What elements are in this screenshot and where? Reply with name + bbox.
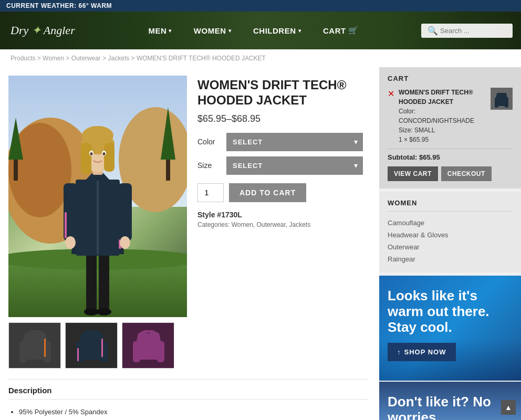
search-input[interactable] — [440, 27, 508, 35]
shop-now-button[interactable]: ↑ SHOP NOW — [388, 343, 456, 361]
weather-text: CURRENT WEATHER: 66° WARM — [6, 2, 112, 9]
search-area: 🔍 — [421, 24, 513, 38]
description-content: 95% Polyester / 5% Spandex 8000MM Waterp… — [8, 400, 369, 420]
product-image-svg — [8, 76, 187, 317]
svg-point-13 — [97, 308, 111, 316]
cart-subtotal: Subtotal: $65.95 — [388, 149, 513, 161]
svg-rect-18 — [118, 183, 132, 241]
women-link-headwear[interactable]: Headwear & Gloves — [388, 229, 513, 241]
thumbnail-3[interactable] — [122, 322, 174, 369]
description-header: Description — [8, 380, 369, 400]
breadcrumb-text: Products > Women > Outerwear > Jackets >… — [11, 55, 266, 62]
product-top: WOMEN'S DRIFT TECH® HOODED JACKET $65.95… — [8, 76, 369, 369]
checkout-button[interactable]: CHECKOUT — [441, 166, 492, 181]
svg-rect-10 — [86, 249, 97, 312]
svg-rect-45 — [495, 97, 498, 108]
thumbnail-1[interactable] — [8, 322, 61, 369]
women-widget-title: WOMEN — [388, 199, 513, 212]
product-details: WOMEN'S DRIFT TECH® HOODED JACKET $65.95… — [197, 76, 369, 369]
header: Dry ✦ Angler MEN ▾ WOMEN ▾ CHILDREN ▾ CA… — [0, 12, 521, 49]
promo-text-2: Don't like it? No worries. — [388, 394, 513, 420]
svg-point-21 — [120, 236, 130, 249]
svg-rect-11 — [99, 249, 109, 312]
remove-item-button[interactable]: ✕ — [388, 89, 394, 99]
nav-women[interactable]: WOMEN ▾ — [185, 21, 239, 40]
thumbnail-row — [8, 322, 187, 369]
women-link-camouflage[interactable]: Camouflage — [388, 217, 513, 229]
description-section: Description 95% Polyester / 5% Spandex 8… — [8, 379, 369, 420]
promo-banner-1: Looks like it's warm out there. Stay coo… — [379, 276, 521, 381]
size-label: Size — [197, 161, 221, 170]
svg-rect-16 — [97, 181, 99, 254]
main-product-image[interactable] — [8, 76, 187, 317]
svg-point-31 — [103, 152, 106, 155]
promo-text-1: Looks like it's warm out there. Stay coo… — [388, 288, 513, 335]
cart-item-thumbnail — [491, 88, 513, 110]
svg-rect-19 — [65, 212, 67, 238]
size-select-wrapper: SELECT XS S M L XL XXL — [226, 156, 363, 175]
svg-rect-33 — [19, 341, 27, 362]
svg-rect-26 — [104, 143, 114, 172]
main-content: WOMEN'S DRIFT TECH® HOODED JACKET $65.95… — [0, 67, 521, 420]
nav-children[interactable]: CHILDREN ▾ — [245, 21, 309, 40]
svg-rect-46 — [505, 97, 508, 108]
svg-point-30 — [90, 152, 93, 155]
nav-men[interactable]: MEN ▾ — [140, 21, 180, 40]
svg-rect-42 — [133, 341, 140, 362]
svg-rect-43 — [157, 341, 164, 362]
add-to-cart-row: 1 ADD TO CART — [197, 183, 369, 202]
chevron-down-icon: ▾ — [169, 28, 172, 34]
thumb-svg-2 — [66, 323, 118, 369]
shop-now-icon: ↑ — [397, 348, 401, 356]
scroll-to-top-button[interactable]: ▲ — [501, 400, 516, 415]
cart-item-qty-price: 1 × $65.95 — [399, 135, 486, 144]
product-area: WOMEN'S DRIFT TECH® HOODED JACKET $65.95… — [0, 67, 379, 420]
svg-rect-39 — [101, 339, 103, 357]
cart-widget: CART ✕ WOMEN'S DRIFT TECH® HOODED JACKET… — [379, 67, 521, 188]
cart-item-row: ✕ WOMEN'S DRIFT TECH® HOODED JACKET Colo… — [388, 88, 513, 144]
cart-icon: 🛒 — [348, 26, 359, 35]
color-select-wrapper: SELECT CONCORD/NIGHTSHADE GRAY/ORANGE PU… — [226, 133, 363, 151]
product-title: WOMEN'S DRIFT TECH® HOODED JACKET — [197, 78, 369, 108]
search-button[interactable]: 🔍 — [425, 26, 440, 36]
product-categories: Categories: Women, Outerwear, Jackets — [197, 221, 369, 228]
chevron-down-icon: ▾ — [228, 28, 232, 34]
cart-thumb-svg — [491, 88, 513, 110]
breadcrumb: Products > Women > Outerwear > Jackets >… — [0, 49, 521, 67]
women-widget: WOMEN Camouflage Headwear & Gloves Outer… — [379, 192, 521, 272]
product-price: $65.95–$68.95 — [197, 113, 369, 124]
thumb-svg-3 — [122, 323, 174, 369]
cart-buttons: VIEW CART CHECKOUT — [388, 166, 513, 181]
product-images — [8, 76, 187, 369]
weather-bar: CURRENT WEATHER: 66° WARM — [0, 0, 521, 12]
color-label: Color — [197, 138, 221, 146]
cart-item-size: Size: SMALL — [399, 125, 486, 135]
thumb-svg-1 — [9, 323, 61, 369]
description-list: 95% Polyester / 5% Spandex 8000MM Waterp… — [8, 406, 122, 420]
women-link-outerwear[interactable]: Outerwear — [388, 241, 513, 253]
add-to-cart-button[interactable]: ADD TO CART — [229, 183, 306, 202]
size-select[interactable]: SELECT XS S M L XL XXL — [226, 156, 363, 175]
quantity-input[interactable]: 1 — [197, 183, 224, 202]
cart-widget-title: CART — [388, 75, 513, 82]
chevron-down-icon: ▾ — [298, 28, 301, 34]
product-options: Color SELECT CONCORD/NIGHTSHADE GRAY/ORA… — [197, 133, 369, 175]
svg-rect-35 — [44, 339, 46, 357]
color-select[interactable]: SELECT CONCORD/NIGHTSHADE GRAY/ORANGE PU… — [226, 133, 363, 151]
sidebar: CART ✕ WOMEN'S DRIFT TECH® HOODED JACKET… — [379, 67, 521, 420]
view-cart-button[interactable]: VIEW CART — [388, 166, 438, 181]
promo-banner-2: Don't like it? No worries. RETURN POLICY — [379, 382, 521, 420]
women-links: Camouflage Headwear & Gloves Outerwear R… — [388, 217, 513, 265]
cart-item-color: Color: CONCORD/NIGHTSHADE — [399, 107, 486, 125]
cart-item-info: WOMEN'S DRIFT TECH® HOODED JACKET Color:… — [399, 88, 486, 144]
size-option-row: Size SELECT XS S M L XL XXL — [197, 156, 369, 175]
desc-item: 8000MM Waterproof rating — [19, 418, 122, 420]
women-link-raingear[interactable]: Raingear — [388, 253, 513, 265]
main-nav: MEN ▾ WOMEN ▾ CHILDREN ▾ CART 🛒 — [86, 20, 421, 40]
site-logo[interactable]: Dry ✦ Angler — [0, 24, 86, 37]
cart-item-name: WOMEN'S DRIFT TECH® HOODED JACKET — [399, 88, 486, 107]
thumbnail-2[interactable] — [65, 322, 118, 369]
svg-point-27 — [82, 126, 113, 145]
nav-cart[interactable]: CART 🛒 — [315, 20, 367, 40]
desc-item: 95% Polyester / 5% Spandex — [19, 406, 122, 418]
